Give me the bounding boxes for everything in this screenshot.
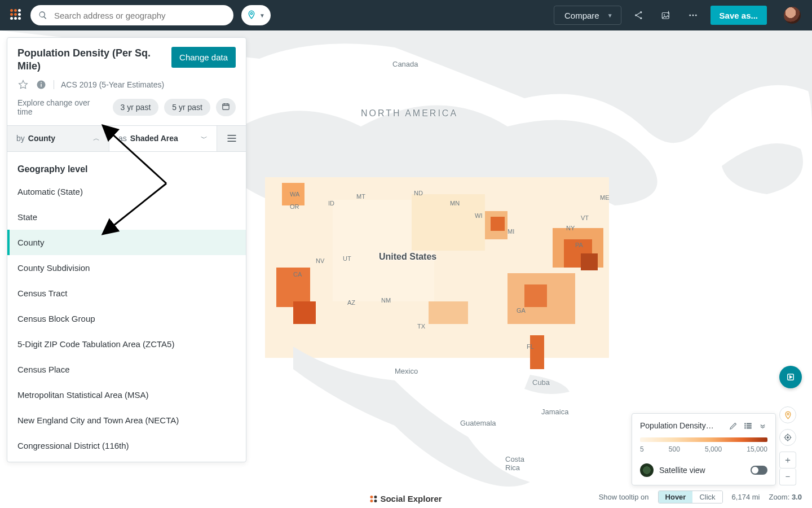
compare-button[interactable]: Compare ▼ [554,6,621,25]
tooltip-mode-label: Show tooltip on [599,493,649,501]
chevron-down-icon: ▼ [259,12,265,19]
state-label: ME [600,194,610,201]
state-label: WI [475,212,482,219]
state-label: GA [517,307,526,314]
legend-card: Population Density… 5 500 5,000 15,000 S… [632,413,776,485]
svg-rect-12 [293,301,316,324]
state-label: TX [417,323,425,330]
search-icon [38,11,47,20]
locate-pin-button[interactable] [779,406,796,423]
star-icon[interactable] [17,79,29,90]
zoom-in-button[interactable]: ＋ [779,452,796,468]
map-label-jamaica: Jamaica [541,408,568,416]
brand-text: Social Explorer [380,494,442,503]
svg-point-7 [692,15,694,16]
satellite-toggle[interactable] [751,466,767,475]
svg-point-8 [695,15,696,16]
tooltip-mode-toggle: Hover Click [658,491,723,503]
search-field[interactable] [30,5,233,25]
geo-bar: by County ︿ as Shaded Area ﹀ [7,125,246,151]
geo-level-option[interactable]: Census Place [7,357,246,382]
map-label-costa-rica: Costa Rica [505,455,524,472]
state-label: MI [508,228,514,235]
geo-level-option[interactable]: Census Tract [7,281,246,306]
map-label-cuba: Cuba [532,378,550,387]
chevron-down-icon: ﹀ [201,134,208,143]
geo-level-option[interactable]: 5-Digit ZIP Code Tabulation Area (ZCTA5) [7,331,246,357]
app-logo-icon[interactable] [10,9,23,21]
svg-rect-18 [429,301,468,324]
share-icon[interactable] [629,6,648,25]
zoom-readout: Zoom: 3.0 [769,493,802,501]
zoom-out-button[interactable]: － [779,468,796,485]
legend-title: Population Density… [640,421,723,430]
legend-list-icon[interactable] [743,421,753,431]
more-icon[interactable] [683,6,703,25]
save-as-button[interactable]: Save as... [710,6,767,25]
svg-rect-20 [524,284,547,307]
chevron-up-icon: ︿ [93,134,100,143]
geo-level-option[interactable]: County Subdivision [7,255,246,281]
svg-rect-33 [747,423,752,424]
data-panel: Population Density (Per Sq. Mile) Change… [7,37,246,462]
tooltip-click-button[interactable]: Click [692,491,722,503]
location-pin-button[interactable]: ▼ [241,5,271,25]
svg-point-37 [787,413,788,415]
dropdown-title: Geography level [7,152,246,179]
svg-point-5 [663,14,664,15]
status-bar: Show tooltip on Hover Click 6,174 mi Zoo… [599,491,802,503]
locate-me-button[interactable] [779,429,796,446]
svg-rect-32 [744,427,746,429]
tooltip-hover-button[interactable]: Hover [659,491,693,503]
state-label: FL [527,343,534,350]
state-label: AZ [347,299,355,306]
svg-rect-27 [223,104,229,110]
svg-point-3 [640,17,642,19]
edit-icon[interactable] [728,421,738,431]
collapse-icon[interactable] [757,421,767,431]
info-icon[interactable] [36,79,47,90]
chip-5yr[interactable]: 5 yr past [164,99,210,116]
geo-level-option[interactable]: Automatic (State) [7,179,246,204]
legend-color-ramp [640,437,767,442]
svg-rect-25 [41,84,42,86]
svg-rect-21 [530,335,544,369]
geo-level-option[interactable]: Census Block Group [7,306,246,331]
search-input[interactable] [53,10,226,21]
geo-level-dropdown: Geography level Automatic (State)StateCo… [7,151,246,462]
svg-rect-30 [744,423,746,424]
state-label: ID [328,200,334,207]
state-label: OR [290,203,299,210]
svg-rect-15 [581,253,598,270]
user-avatar[interactable] [784,7,801,24]
geo-level-option[interactable]: New England City and Town Area (NECTA) [7,408,246,433]
svg-point-6 [689,15,691,16]
brand-watermark: Social Explorer [370,494,442,503]
geo-level-option[interactable]: State [7,204,246,230]
download-image-icon[interactable] [656,6,676,25]
tour-fab-button[interactable] [779,366,802,388]
geo-level-option[interactable]: Metropolitan Statistical Area (MSA) [7,382,246,408]
geo-level-option[interactable]: County [7,230,246,255]
satellite-thumb-icon [640,463,654,477]
state-label: UT [343,255,351,262]
state-label: WA [290,191,299,198]
svg-point-2 [640,11,642,13]
map-controls: ＋ － [779,366,802,485]
state-label: NM [381,297,391,304]
map-label-us: United States [379,252,436,262]
change-data-button[interactable]: Change data [171,47,236,68]
chip-3yr[interactable]: 3 yr past [113,99,159,116]
geo-level-option[interactable]: Congressional District (116th) [7,433,246,458]
svg-point-0 [250,12,252,14]
panel-menu-icon[interactable] [217,126,246,151]
state-label: CA [293,271,302,278]
svg-rect-34 [747,425,752,427]
calendar-icon[interactable] [216,98,236,116]
display-as-selector[interactable]: as Shaded Area ﹀ [109,126,217,151]
state-label: ND [414,190,423,196]
state-label: NY [566,225,575,231]
state-label: NV [316,257,324,264]
geo-by-selector[interactable]: by County ︿ [7,126,109,151]
svg-rect-31 [744,425,746,427]
